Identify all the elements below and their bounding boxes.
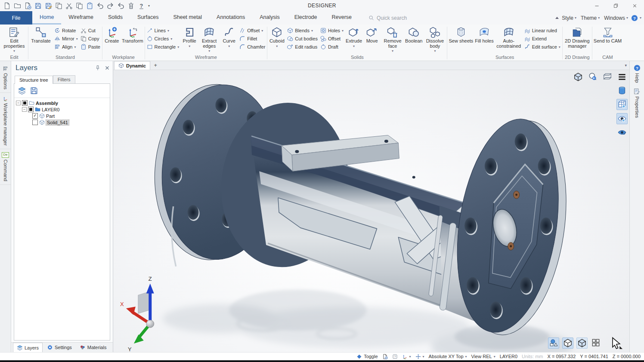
axes-mode-control[interactable]: ▾	[402, 354, 411, 359]
collapse-icon[interactable]: −	[22, 107, 27, 112]
rectangle-button[interactable]: Rectangle▾	[147, 43, 180, 50]
remove-face-button[interactable]: Remove face▾	[381, 25, 404, 54]
theme-menu[interactable]: Theme▾	[579, 15, 601, 21]
tab-analysis[interactable]: Analysis	[252, 11, 287, 25]
copy-button[interactable]: Copy	[80, 35, 100, 42]
create-workplane-button[interactable]: Create	[103, 25, 121, 44]
move-mode-control[interactable]: ▾	[415, 354, 424, 359]
snap-page-icon[interactable]	[382, 354, 388, 359]
tab-surfaces[interactable]: Surfaces	[130, 11, 166, 25]
style-menu[interactable]: Style▾	[560, 15, 578, 21]
settings-bottom-tab[interactable]: Settings	[43, 343, 75, 352]
save-copy-icon[interactable]	[55, 2, 62, 9]
minimize-button[interactable]	[587, 0, 606, 11]
tab-home[interactable]: Home	[32, 11, 61, 25]
quick-search[interactable]: Quick search	[359, 11, 407, 25]
cut-icon[interactable]	[65, 2, 73, 9]
save-icon[interactable]	[34, 2, 42, 9]
send-to-cam-button[interactable]: Send to CAM	[593, 25, 622, 44]
solid-checkbox[interactable]	[32, 120, 38, 125]
tab-file[interactable]: File	[0, 11, 32, 25]
quad-view-icon[interactable]	[591, 337, 601, 348]
rotate-button[interactable]: Rotate	[54, 27, 78, 34]
edit-surface-button[interactable]: Edit surface▾	[524, 43, 560, 50]
paste-icon[interactable]	[86, 2, 93, 9]
help-icon[interactable]	[138, 2, 145, 9]
save-layers-icon[interactable]	[30, 86, 38, 95]
dynamic-view-tab[interactable]: Dynamic	[114, 61, 150, 70]
tab-reverse[interactable]: Reverse	[325, 11, 359, 25]
caret-icon[interactable]: ▾	[640, 16, 641, 20]
command-tab[interactable]: De Command	[0, 149, 11, 185]
view-rel-dropdown[interactable]: View REL▾	[471, 354, 495, 359]
3d-canvas[interactable]: Z X Y	[113, 70, 629, 352]
profile-button[interactable]: Profile▾	[180, 25, 198, 49]
translate-button[interactable]: Translate	[29, 25, 53, 44]
cad-model[interactable]: Z X Y	[113, 70, 629, 352]
redo-icon[interactable]	[107, 2, 114, 9]
auto-constrained-button[interactable]: Auto- constrained	[495, 25, 523, 49]
shaded-display-icon[interactable]	[576, 337, 588, 349]
filters-tab[interactable]: Filters	[53, 75, 75, 83]
layers-icon[interactable]	[18, 86, 26, 95]
restore-button[interactable]	[606, 0, 625, 11]
toggle-control[interactable]: Toggle	[356, 354, 378, 359]
draft-button[interactable]: Draft	[320, 43, 344, 50]
visibility-rotate-icon[interactable]	[617, 127, 627, 138]
new-document-icon[interactable]	[3, 2, 11, 9]
circles-button[interactable]: Circles▾	[147, 35, 180, 42]
active-layer-label[interactable]: LAYER0	[500, 354, 517, 359]
edit-properties-button[interactable]: Edit properties▾	[1, 25, 28, 54]
materials-bottom-tab[interactable]: Materials	[76, 343, 110, 352]
delete-icon[interactable]	[127, 2, 135, 9]
layer0-checkbox[interactable]	[28, 107, 34, 112]
import-icon[interactable]	[24, 2, 31, 9]
options-tab[interactable]: Options	[0, 63, 11, 93]
part-checkbox[interactable]: ✓	[32, 113, 38, 119]
offset-solid-button[interactable]: Offset	[320, 35, 344, 42]
tab-electrode[interactable]: Electrode	[287, 11, 325, 25]
open-icon[interactable]	[14, 2, 21, 9]
wireframe-display-icon[interactable]	[562, 337, 573, 349]
customize-toolbar-caret[interactable]: ▾	[148, 4, 150, 8]
cylinder-display-icon[interactable]	[617, 86, 627, 96]
copy-icon[interactable]	[76, 2, 83, 9]
tree-row-layer0[interactable]: − LAYER0	[15, 106, 109, 113]
orientation-triad[interactable]: Z X Y	[120, 276, 154, 352]
align-button[interactable]: Align▾	[54, 43, 78, 50]
transform-workplane-button[interactable]: Transform	[121, 25, 144, 44]
pin-icon[interactable]	[95, 65, 101, 71]
fillet-button[interactable]: Fillet	[239, 35, 265, 42]
close-button[interactable]	[625, 0, 644, 11]
windows-menu[interactable]: Windows▾	[603, 15, 629, 21]
collapse-ribbon-icon[interactable]	[555, 17, 559, 19]
query-icon[interactable]	[392, 354, 398, 359]
save-as-icon[interactable]	[45, 2, 52, 9]
boolean-button[interactable]: Boolean	[404, 25, 423, 44]
new-view-tab-button[interactable]: +	[150, 62, 161, 68]
extract-edges-button[interactable]: Extract edges▾	[198, 25, 220, 54]
paste-button[interactable]: Paste	[80, 43, 100, 50]
close-panel-icon[interactable]	[104, 65, 110, 71]
move-button[interactable]: Move	[363, 25, 381, 44]
linear-ruled-button[interactable]: Linear ruled	[524, 27, 560, 34]
curve-button[interactable]: Curve▾	[220, 25, 238, 49]
lines-button[interactable]: Lines▾	[147, 27, 180, 34]
help-tab[interactable]: Help	[630, 62, 644, 86]
offset-button[interactable]: Offset▾	[239, 27, 265, 34]
structure-tree-tab[interactable]: Structure tree	[15, 76, 53, 84]
tree-row-solid[interactable]: Solid_541	[15, 119, 109, 126]
layers-bottom-tab[interactable]: Layers	[13, 343, 43, 352]
workplane-display-icon[interactable]	[616, 99, 628, 110]
zoom-previous-icon[interactable]	[588, 72, 598, 82]
workplane-manager-tab[interactable]: Workplane manager	[0, 93, 11, 149]
cut-bodies-button[interactable]: Cut bodies	[287, 35, 318, 42]
tree-row-part[interactable]: ✓ Part	[15, 113, 109, 119]
blends-button[interactable]: Blends▾	[287, 27, 318, 34]
mirror-button[interactable]: Mirror▾	[54, 35, 78, 42]
tab-wireframe[interactable]: Wireframe	[61, 11, 101, 25]
undo-icon[interactable]	[96, 2, 104, 9]
tab-solids[interactable]: Solids	[101, 11, 130, 25]
sketch-display-icon[interactable]	[548, 337, 559, 349]
help-circle-icon[interactable]	[631, 15, 638, 21]
